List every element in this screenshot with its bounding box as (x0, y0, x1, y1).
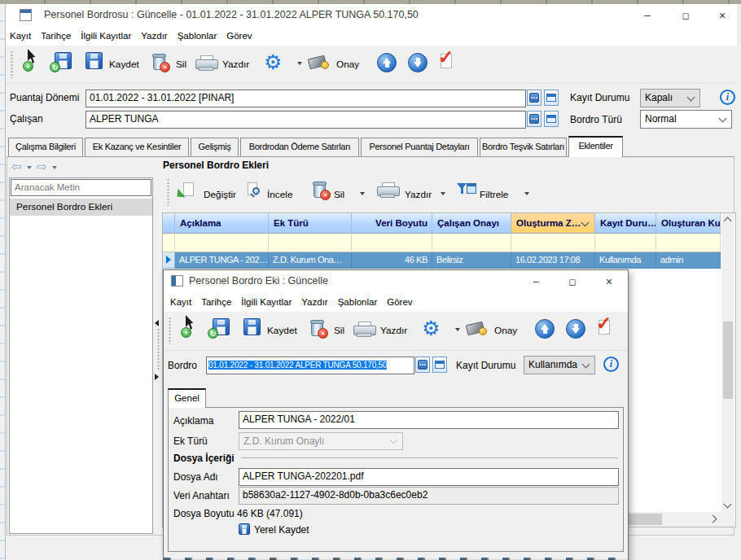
dosya-boyutu-label: Dosya Boyutu (173, 508, 235, 519)
dosya-icerigi-divider (241, 457, 618, 458)
save-icon-part (243, 318, 261, 335)
aciklama-input[interactable]: ALPER TUNGA - 2022/01 (239, 411, 619, 429)
dialog-app-icon (171, 275, 183, 287)
dialog-info-icon[interactable]: i (603, 357, 619, 372)
veri-anahtari-input[interactable]: b58630a2-1127-4902-8d0b-0ba3c6ec0eb2 (239, 487, 619, 505)
dialog-kayit-durumu-label: Kayıt Durumu (456, 360, 515, 371)
bordro-label: Bordro (168, 360, 197, 371)
aciklama-label: Açıklama (173, 415, 213, 427)
arrow-up-icon[interactable] (535, 319, 559, 343)
dialog-title: Personel Bordro Eki : Güncelle (189, 275, 328, 287)
bordro-editor-button[interactable] (432, 357, 447, 373)
bordro-input-selection: 01.01.2022 - 31.01.2022 ALPER TUNGA 50.1… (208, 361, 387, 370)
yerel-kaydet-label: Yerel Kaydet (254, 524, 309, 536)
chevron-down-icon (390, 436, 398, 444)
printer-icon-part (353, 322, 375, 338)
printer-icon[interactable] (353, 320, 378, 344)
dialog-window: Personel Bordro Eki : Güncelle–◻×KayıtTa… (0, 0, 741, 560)
dialog-maximize-button[interactable]: ◻ (560, 273, 585, 290)
save-refresh-icon-part: ↻ (208, 328, 218, 339)
bordro-input[interactable]: 01.01.2022 - 31.01.2022 ALPER TUNGA 50.1… (206, 357, 414, 374)
editor-window-icon (435, 361, 445, 369)
approve-icon[interactable] (467, 320, 491, 344)
confirm-check-icon[interactable]: ✓ (595, 318, 620, 343)
dosya-adi-label: Dosya Adı (173, 471, 218, 483)
dialog-menu-item-i-lgili-kayitlar[interactable]: İlgili Kayıtlar (241, 292, 292, 312)
dialog-app-icon-part (172, 276, 176, 286)
ek-turu-combo[interactable]: Z.D. Kurum Onaylı (239, 432, 403, 450)
dialog-menu-item-sablonlar[interactable]: Şablonlar (338, 292, 378, 312)
dialog-menu-item-yazdir[interactable]: Yazdır (301, 292, 327, 312)
toolbar-label-onay[interactable]: Onay (494, 325, 517, 337)
save-refresh-icon[interactable]: ↻ (209, 318, 234, 343)
dialog-menu-item-kayit[interactable]: Kayıt (170, 292, 191, 312)
dialog-kayit-durumu-combo[interactable]: Kullanımda (524, 356, 595, 374)
new-record-icon-part: + (181, 327, 191, 338)
confirm-check-icon-part: ✓ (596, 315, 612, 331)
dialog-close-button[interactable]: × (597, 273, 621, 290)
dialog-menu-bar: KayıtTarihçeİlgili KayıtlarYazdırŞablonl… (164, 292, 628, 312)
gear-icon[interactable]: ⚙ (422, 318, 446, 343)
toolbar-label-sil[interactable]: Sil (334, 325, 344, 337)
arrow-up-icon-part (535, 319, 555, 339)
ek-turu-label: Ek Türü (173, 435, 208, 447)
save-icon (239, 523, 250, 535)
dosya-icerigi-section-label: Dosya İçeriği (173, 453, 235, 464)
dosya-boyutu-value: 46 KB (47.091) (237, 508, 303, 519)
genel-tab[interactable]: Genel (168, 388, 206, 408)
veri-anahtari-label: Veri Anahtarı (173, 490, 230, 501)
delete-icon-part: × (318, 328, 328, 339)
gear-dropdown-caret[interactable] (455, 328, 460, 331)
toolbar-label-yazdir[interactable]: Yazdır (380, 325, 407, 337)
dialog-minimize-button[interactable]: – (524, 273, 548, 290)
new-record-icon[interactable]: + (181, 315, 205, 339)
gear-icon-part: ⚙ (422, 318, 440, 339)
arrow-down-icon-part (566, 319, 585, 339)
delete-icon[interactable]: × (308, 319, 332, 343)
yerel-kaydet-button[interactable]: Yerel Kaydet (239, 523, 336, 537)
save-icon[interactable] (240, 318, 265, 343)
dialog-menu-item-gorev[interactable]: Görev (387, 292, 412, 312)
toolbar-label-kaydet[interactable]: Kaydet (267, 325, 297, 337)
chevron-down-icon (582, 361, 590, 369)
dosya-adi-input[interactable]: ALPER TUNGA-202201.pdf (239, 468, 619, 486)
dialog-menu-item-tarihce[interactable]: Tarihçe (201, 292, 231, 312)
bordro-ellipsis-button[interactable]: ... (415, 357, 430, 373)
printer-tray (357, 333, 371, 337)
ellipsis-icon: ... (418, 360, 428, 370)
arrow-down-icon[interactable] (566, 319, 590, 343)
approve-icon-part (479, 327, 487, 335)
toolbar-drag-handle (169, 317, 171, 344)
